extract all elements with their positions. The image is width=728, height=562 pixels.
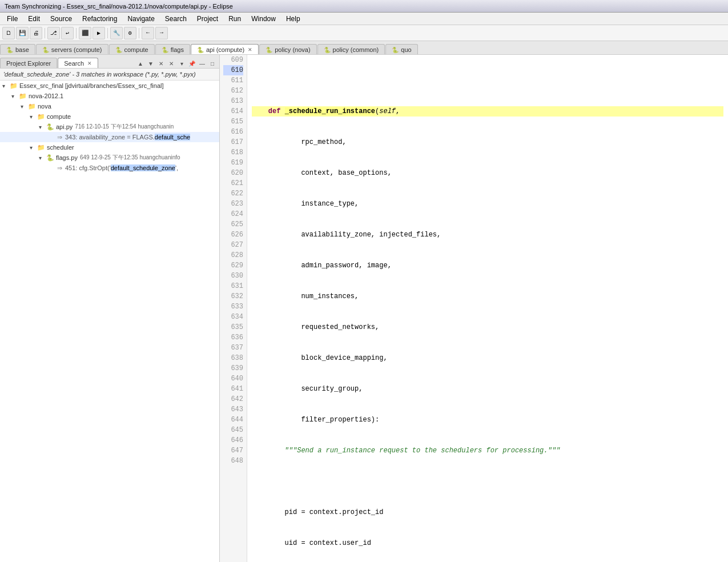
toolbar-btn-11[interactable]: → <box>155 27 168 39</box>
tab-policy-common[interactable]: 🐍 policy (common) <box>317 44 385 54</box>
tab-project-explorer[interactable]: Project Explorer <box>0 58 57 68</box>
tab-search-close[interactable]: ✕ <box>87 61 92 66</box>
menu-project[interactable]: Project <box>192 14 223 24</box>
left-panel-x2[interactable]: ✕ <box>167 59 176 68</box>
toolbar-sep-1 <box>45 28 45 38</box>
menu-navigate[interactable]: Navigate <box>123 14 159 24</box>
match2-line-2: ', <box>175 164 178 171</box>
tree-nova[interactable]: ▾ 📁 nova <box>0 101 219 111</box>
toolbar-btn-9[interactable]: ⚙ <box>124 27 136 39</box>
api-py-icon: 🐍 <box>46 122 55 131</box>
ln-621: 621 <box>223 178 243 188</box>
menu-bar: File Edit Source Refactoring Navigate Se… <box>0 13 728 25</box>
toolbar-btn-8[interactable]: 🔧 <box>110 27 123 39</box>
tree-api-py-label: api.py <box>56 123 73 130</box>
title-text: Team Synchronizing - Essex_src_final/nov… <box>5 3 233 10</box>
ln-614: 614 <box>223 106 243 117</box>
tree-match1-arrow: ▾ <box>48 134 55 140</box>
ln-638: 638 <box>223 353 243 363</box>
ln-625: 625 <box>223 219 243 230</box>
toolbar-btn-10[interactable]: ← <box>142 27 154 39</box>
tree-scheduler[interactable]: ▾ 📁 scheduler <box>0 142 219 152</box>
left-panel-pin[interactable]: 📌 <box>187 59 196 68</box>
ln-648: 648 <box>223 456 243 466</box>
menu-refactoring[interactable]: Refactoring <box>78 14 122 24</box>
ln-642: 642 <box>223 394 243 404</box>
toolbar-btn-6[interactable]: ⬛ <box>79 27 91 39</box>
tab-servers-compute[interactable]: 🐍 servers (compute) <box>36 44 108 54</box>
ln-610: 610 <box>223 65 243 75</box>
menu-run[interactable]: Run <box>224 14 246 24</box>
tab-api-icon: 🐍 <box>197 47 204 53</box>
code-area[interactable]: 609 610 611 612 613 614 615 616 617 618 … <box>220 55 728 562</box>
tab-servers-icon: 🐍 <box>42 47 49 53</box>
ln-645: 645 <box>223 425 243 435</box>
menu-window[interactable]: Window <box>247 14 280 24</box>
tab-api-close[interactable]: ✕ <box>248 47 252 53</box>
tree-api-py[interactable]: ▾ 🐍 api.py 716 12-10-15 下午12:54 huangchu… <box>0 122 219 132</box>
flags-py-icon: 🐍 <box>46 153 55 162</box>
ln-641: 641 <box>223 384 243 394</box>
left-panel-down[interactable]: ▼ <box>146 59 155 68</box>
tab-api-label: api (compute) <box>206 46 244 53</box>
code-620: filter_properties): <box>252 415 723 425</box>
toolbar-btn-3[interactable]: 🖨 <box>30 27 42 39</box>
ln-644: 644 <box>223 415 243 425</box>
tree-root-arrow: ▾ <box>2 83 9 89</box>
toolbar-sep-2 <box>76 28 77 38</box>
tree-root-label: Essex_src_final [jdvirtual/branches/Esse… <box>19 82 164 89</box>
search-panel: 'default_schedule_zone' - 3 matches in w… <box>0 69 219 562</box>
tree-root[interactable]: ▾ 📁 Essex_src_final [jdvirtual/branches/… <box>0 81 219 91</box>
tree-match-2[interactable]: ▾ ⇒ 451: cfg.StrOpt('default_schedule_zo… <box>0 163 219 173</box>
menu-file[interactable]: File <box>2 14 22 24</box>
tree-compute[interactable]: ▾ 📁 compute <box>0 111 219 122</box>
tab-quo-label: quo <box>401 46 411 53</box>
tab-compute-label: compute <box>124 46 148 53</box>
left-panel-up[interactable]: ▲ <box>136 59 145 68</box>
code-612: context, base_options, <box>252 168 723 178</box>
ln-626: 626 <box>223 230 243 240</box>
tree-match-1[interactable]: ▾ ⇒ 343: availability_zone = FLAGS.defau… <box>0 132 219 142</box>
match1-icon: ⇒ <box>55 133 64 142</box>
tab-policy-nova[interactable]: 🐍 policy (nova) <box>259 44 316 54</box>
menu-source[interactable]: Source <box>46 14 77 24</box>
ln-640: 640 <box>223 374 243 384</box>
tab-quo[interactable]: 🐍 quo <box>385 44 417 54</box>
tab-flags[interactable]: 🐍 flags <box>155 44 190 54</box>
tree-match2-arrow: ▾ <box>48 165 55 171</box>
toolbar-btn-5[interactable]: ↩ <box>61 27 74 39</box>
editor-panel: 609 610 611 612 613 614 615 616 617 618 … <box>220 55 728 562</box>
toolbar-btn-7[interactable]: ▶ <box>92 27 105 39</box>
toolbar-btn-1[interactable]: 🗋 <box>2 27 15 39</box>
ln-647: 647 <box>223 445 243 456</box>
ln-632: 632 <box>223 291 243 302</box>
code-content[interactable]: def _schedule_run_instance(self, rpc_met… <box>247 55 728 562</box>
left-panel-menu[interactable]: ▾ <box>177 59 186 68</box>
menu-search[interactable]: Search <box>160 14 191 24</box>
content-area: Project Explorer Search ✕ ▲ ▼ ✕ ✕ ▾ 📌 — … <box>0 55 728 562</box>
toolbar: 🗋 💾 🖨 ⎇ ↩ ⬛ ▶ 🔧 ⚙ ← → <box>0 25 728 41</box>
ln-628: 628 <box>223 250 243 260</box>
menu-help[interactable]: Help <box>281 14 305 24</box>
left-panel-maximize[interactable]: □ <box>208 59 217 68</box>
tab-policy-common-label: policy (common) <box>333 46 379 53</box>
tree-nova-2012[interactable]: ▾ 📁 nova-2012.1 <box>0 91 219 101</box>
toolbar-btn-2[interactable]: 💾 <box>16 27 29 39</box>
tab-api-compute[interactable]: 🐍 api (compute) ✕ <box>191 44 259 54</box>
left-panel-minimize[interactable]: — <box>198 59 207 68</box>
tab-search[interactable]: Search ✕ <box>58 58 98 68</box>
tab-base[interactable]: 🐍 base <box>0 44 35 54</box>
code-622 <box>252 476 723 487</box>
menu-edit[interactable]: Edit <box>23 14 45 24</box>
ln-635: 635 <box>223 322 243 332</box>
ln-634: 634 <box>223 312 243 322</box>
tab-compute[interactable]: 🐍 compute <box>109 44 155 54</box>
tree-flags-py[interactable]: ▾ 🐍 flags.py 649 12-9-25 下午12:35 huangch… <box>0 152 219 163</box>
tab-flags-label: flags <box>171 46 184 53</box>
left-tabs-left: Project Explorer Search ✕ <box>0 58 99 68</box>
left-panel-x1[interactable]: ✕ <box>156 59 166 68</box>
toolbar-btn-4[interactable]: ⎇ <box>47 27 60 39</box>
match2-highlight: default_schedule_zone <box>111 164 175 171</box>
left-tab-controls: ▲ ▼ ✕ ✕ ▾ 📌 — □ <box>134 59 219 68</box>
ln-646: 646 <box>223 435 243 445</box>
